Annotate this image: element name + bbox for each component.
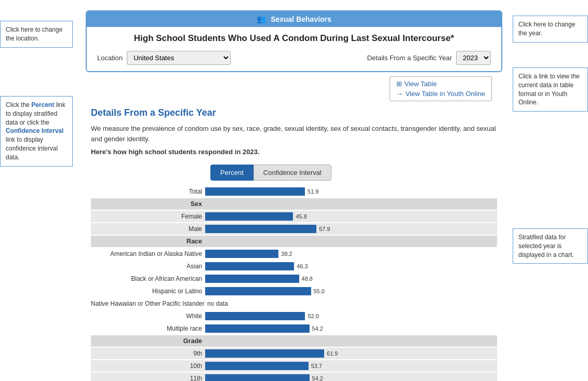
view-links-box: ⊞ View Table → View Table in Youth Onlin… — [390, 76, 492, 101]
section-icon: 👥 — [257, 15, 266, 24]
view-links-area: ⊞ View Table → View Table in Youth Onlin… — [86, 76, 502, 101]
table-icon: ⊞ — [396, 80, 402, 88]
bar-row: American Indian or Alaska Native38.2 — [91, 248, 497, 260]
link-tooltip: Click a link to view the current data in… — [513, 67, 588, 112]
card-controls: Location United States Details From a Sp… — [87, 48, 501, 71]
bar-row: Male57.9 — [91, 223, 497, 235]
bar-row: Grade — [91, 335, 497, 347]
tab-confidence-interval[interactable]: Confidence Interval — [253, 165, 331, 181]
year-tooltip: Click here to change the year. — [513, 16, 588, 43]
bar-row: Race — [91, 236, 497, 247]
bar-row: Asian46.3 — [91, 261, 497, 272]
bar-row: 9th61.9 — [91, 348, 497, 359]
bar-row: Hispanic or Latino55.0 — [91, 285, 497, 297]
year-select[interactable]: 2023 — [456, 51, 491, 65]
bar-row: Sex — [91, 198, 497, 210]
view-table-link[interactable]: ⊞ View Table — [396, 80, 485, 88]
location-label: Location — [97, 54, 123, 62]
percent-tooltip: Click the Percent link to display strati… — [0, 96, 73, 167]
description1: We measure the prevalence of condom use … — [91, 124, 497, 144]
section-title: Sexual Behaviors — [271, 15, 331, 23]
content-area: Details From a Specific Year We measure … — [86, 107, 502, 157]
card-title: High School Students Who Used A Condom D… — [87, 27, 501, 48]
location-tooltip: Click here to change the location. — [0, 21, 73, 48]
arrow-icon: → — [396, 90, 403, 98]
bar-row: 10th53.7 — [91, 360, 497, 372]
chart-inner: Total51.9SexFemale45.8Male57.9RaceAmeric… — [91, 186, 497, 382]
chart-tooltip: Stratified data for selected year is dis… — [513, 228, 588, 264]
main-card: 👥 Sexual Behaviors High School Students … — [86, 10, 502, 72]
bar-row: Black or African American48.8 — [91, 273, 497, 284]
chart-container: Total51.9SexFemale45.8Male57.9RaceAmeric… — [86, 186, 502, 382]
bar-row: Total51.9 — [91, 186, 497, 197]
bar-row: Multiple race54.2 — [91, 323, 497, 334]
location-select[interactable]: United States — [127, 51, 231, 65]
bar-row: Female45.8 — [91, 211, 497, 222]
bar-row: Native Hawaiian or Other Pacific Islande… — [91, 298, 497, 309]
location-control: Location United States — [97, 51, 231, 65]
bar-row: 11th54.2 — [91, 373, 497, 382]
year-control: Details From a Specific Year 2023 — [367, 51, 491, 65]
description2: Here's how high school students responde… — [91, 147, 497, 157]
year-label: Details From a Specific Year — [367, 54, 452, 62]
tab-percent[interactable]: Percent — [210, 165, 253, 181]
tab-row: Percent Confidence Interval — [210, 165, 583, 181]
bar-row: White52.0 — [91, 310, 497, 322]
section-heading: Details From a Specific Year — [91, 107, 497, 118]
view-table-online-link[interactable]: → View Table in Youth Online — [396, 90, 485, 98]
card-header: 👥 Sexual Behaviors — [87, 11, 501, 27]
